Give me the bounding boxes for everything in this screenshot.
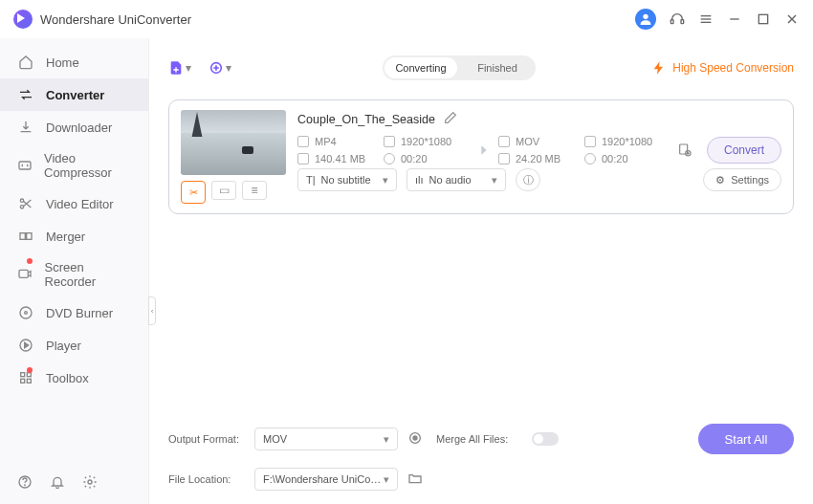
info-button[interactable]: ⓘ [516, 168, 540, 191]
settings-gear-icon[interactable] [82, 474, 98, 493]
sidebar-bottom [0, 463, 148, 504]
svg-point-25 [88, 480, 92, 484]
merger-icon [17, 228, 34, 245]
chevron-down-icon: ▾ [384, 473, 389, 486]
sidebar-item-label: Downloader [46, 121, 112, 135]
start-all-button[interactable]: Start All [698, 424, 794, 454]
arrow-right-icon [470, 142, 498, 158]
chevron-down-icon: ▾ [186, 61, 191, 75]
svg-rect-7 [758, 14, 767, 23]
converter-icon [17, 86, 34, 103]
footer: Output Format: MOV▾ Merge All Files: Sta… [168, 414, 794, 504]
resolution-icon [384, 136, 395, 147]
effect-tool-button[interactable]: ≡ [242, 181, 267, 200]
sidebar-item-label: Home [46, 55, 79, 70]
home-icon [17, 54, 34, 71]
svg-rect-2 [681, 20, 684, 24]
add-file-button[interactable]: ▾ [168, 60, 191, 76]
app-logo-icon [13, 10, 33, 29]
high-speed-toggle[interactable]: High Speed Conversion [651, 60, 794, 76]
src-dur: 00:20 [401, 153, 428, 164]
dst-size: 24.20 MB [516, 153, 560, 164]
format-icon [297, 136, 309, 147]
settings-label: Settings [731, 174, 769, 186]
sidebar-item-label: Player [46, 339, 81, 353]
audio-select[interactable]: ılıNo audio▾ [406, 168, 506, 191]
subtitle-select[interactable]: T|No subtitle▾ [297, 168, 397, 191]
svg-rect-14 [27, 233, 32, 240]
dst-format: MOV [516, 136, 539, 147]
sidebar-item-merger[interactable]: Merger [0, 220, 148, 252]
user-account-icon[interactable] [635, 9, 656, 30]
tab-converting[interactable]: Converting [385, 57, 457, 78]
record-format-icon[interactable] [407, 430, 427, 449]
src-res: 1920*1080 [401, 136, 451, 147]
tab-finished[interactable]: Finished [459, 55, 536, 80]
sidebar-item-player[interactable]: Player [0, 329, 148, 362]
src-size: 140.41 MB [315, 153, 365, 164]
merge-label: Merge All Files: [436, 433, 522, 445]
svg-rect-13 [20, 233, 25, 240]
edit-name-icon[interactable] [443, 110, 458, 128]
add-url-button[interactable]: ▾ [209, 60, 231, 76]
size-icon [498, 153, 510, 164]
file-location-label: File Location: [168, 473, 245, 485]
video-thumbnail[interactable] [181, 110, 286, 175]
sidebar-item-dvd[interactable]: DVD Burner [0, 296, 148, 329]
sidebar-item-label: Screen Recorder [45, 260, 131, 289]
dst-dur: 00:20 [602, 153, 628, 164]
output-format-label: Output Format: [168, 433, 245, 445]
titlebar-right [635, 9, 800, 30]
toolbar: ▾ ▾ Converting Finished High Speed Conve… [168, 48, 794, 88]
support-headset-icon[interactable] [670, 11, 685, 27]
svg-rect-1 [670, 20, 673, 24]
svg-point-32 [413, 436, 417, 440]
tab-segmented: Converting Finished [383, 55, 536, 80]
sidebar-item-editor[interactable]: Video Editor [0, 187, 148, 220]
format-icon [498, 136, 510, 147]
size-icon [297, 153, 309, 164]
sidebar-item-recorder[interactable]: Screen Recorder [0, 252, 148, 296]
notification-dot-icon [27, 258, 33, 264]
sidebar-item-downloader[interactable]: Downloader [0, 111, 148, 143]
duration-icon [584, 153, 596, 164]
chevron-down-icon: ▾ [226, 61, 231, 75]
trim-tool-button[interactable]: ✂ [181, 181, 206, 204]
help-icon[interactable] [17, 474, 33, 493]
convert-button[interactable]: Convert [707, 137, 781, 164]
compressor-icon [17, 157, 33, 174]
menu-hamburger-icon[interactable] [698, 11, 714, 27]
subtitle-icon: T| [306, 174, 316, 186]
main-area: ▾ ▾ Converting Finished High Speed Conve… [149, 38, 813, 504]
svg-rect-19 [21, 373, 25, 377]
chevron-down-icon: ▾ [384, 433, 389, 446]
sidebar-item-compressor[interactable]: Video Compressor [0, 143, 148, 187]
crop-tool-button[interactable]: ▭ [211, 181, 236, 200]
recorder-icon [17, 266, 33, 283]
notification-dot-icon [27, 367, 33, 373]
open-folder-icon[interactable] [407, 471, 427, 489]
src-format: MP4 [315, 136, 337, 147]
window-maximize-button[interactable] [756, 11, 771, 27]
merge-toggle[interactable] [532, 432, 559, 446]
file-location-select[interactable]: F:\Wondershare UniConverter▾ [254, 468, 398, 491]
disc-icon [17, 304, 34, 321]
play-icon [17, 337, 34, 354]
output-format-select[interactable]: MOV▾ [254, 427, 398, 450]
dst-res: 1920*1080 [602, 136, 652, 147]
svg-rect-21 [21, 379, 25, 383]
window-close-button[interactable] [784, 11, 800, 27]
window-minimize-button[interactable] [727, 11, 742, 27]
duration-icon [384, 153, 395, 164]
titlebar: Wondershare UniConverter [0, 0, 813, 38]
settings-button[interactable]: ⚙Settings [703, 168, 781, 191]
output-settings-icon[interactable] [670, 142, 699, 158]
svg-rect-22 [27, 379, 31, 383]
bell-icon[interactable] [50, 474, 65, 493]
chevron-down-icon: ▾ [492, 174, 497, 186]
sidebar-collapse-handle[interactable]: ‹ [148, 296, 156, 325]
sidebar-item-home[interactable]: Home [0, 46, 148, 78]
sidebar-item-converter[interactable]: Converter [0, 78, 148, 111]
hsc-label: High Speed Conversion [672, 61, 794, 75]
sidebar-item-toolbox[interactable]: Toolbox [0, 362, 148, 394]
